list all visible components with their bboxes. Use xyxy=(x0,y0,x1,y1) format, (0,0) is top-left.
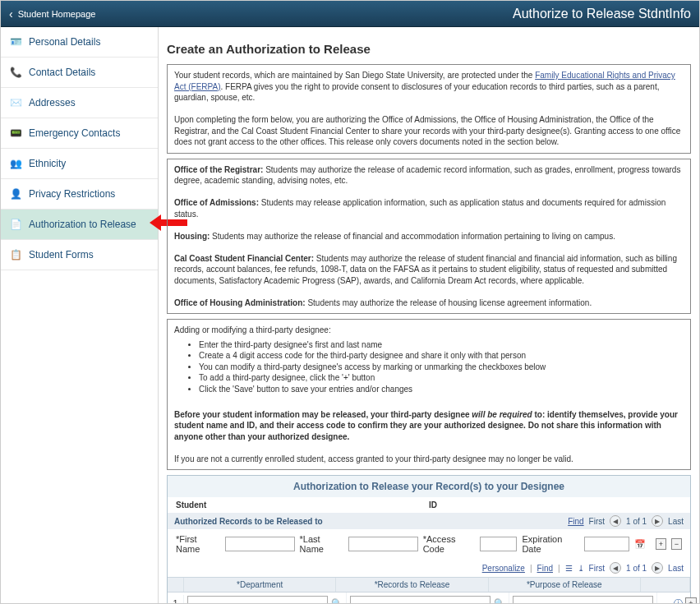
form-icon: 📋 xyxy=(9,248,22,261)
sidebar-item-authorization-to-release[interactable]: 📄Authorization to Release xyxy=(1,210,158,240)
page-header-title: Authorize to Release StdntInfo xyxy=(513,7,691,21)
lookup-icon[interactable]: 🔍 xyxy=(331,598,343,604)
phone-icon: 📞 xyxy=(9,66,22,79)
lookup-icon[interactable]: 🔍 xyxy=(494,598,505,604)
back-to-homepage[interactable]: ‹ Student Homepage xyxy=(9,7,95,21)
expiration-date-input[interactable] xyxy=(584,537,629,551)
student-label: Student xyxy=(176,500,206,509)
view-all-icon[interactable]: ☰ xyxy=(565,564,573,573)
add-row-button[interactable]: + xyxy=(685,597,697,603)
purpose-input[interactable] xyxy=(513,596,653,603)
row-number: 1 xyxy=(168,595,184,603)
personalize-link[interactable]: Personalize xyxy=(482,564,525,573)
doc-lock-icon: 📄 xyxy=(9,218,22,231)
subgrid-next-icon[interactable]: ▶ xyxy=(652,562,663,574)
info-icon[interactable]: ⓘ xyxy=(674,597,683,604)
sidebar-item-student-forms[interactable]: 📋Student Forms xyxy=(1,240,158,270)
id-icon: 🪪 xyxy=(9,35,22,48)
sidebar-item-personal-details[interactable]: 🪪Personal Details xyxy=(1,27,158,58)
intro-panel: Your student records, which are maintain… xyxy=(167,64,691,154)
subgrid-prev-icon[interactable]: ◀ xyxy=(610,562,621,574)
first-name-input[interactable] xyxy=(225,537,295,551)
table-row: 1 🔍 🔍 ⓘ + − xyxy=(168,592,690,603)
offices-panel: Office of the Registrar: Students may au… xyxy=(167,159,691,315)
page-title: Create an Authorization to Release xyxy=(167,42,691,56)
back-chevron-icon: ‹ xyxy=(9,7,13,21)
main-content: Create an Authorization to Release Your … xyxy=(159,27,699,603)
emergency-icon: 📟 xyxy=(9,127,22,140)
add-designee-button[interactable]: + xyxy=(656,538,666,550)
access-code-input[interactable] xyxy=(480,537,517,551)
next-page-icon[interactable]: ▶ xyxy=(652,515,663,527)
mail-icon: ✉️ xyxy=(9,96,22,109)
records-input[interactable] xyxy=(350,596,490,603)
sidebar-item-emergency-contacts[interactable]: 📟Emergency Contacts xyxy=(1,118,158,149)
records-header: Authorized Records to be Released to Fin… xyxy=(168,513,690,529)
sidebar-item-privacy-restrictions[interactable]: 👤Privacy Restrictions xyxy=(1,179,158,210)
download-icon[interactable]: ⤓ xyxy=(578,564,584,573)
back-label: Student Homepage xyxy=(18,9,96,19)
sidebar-item-contact-details[interactable]: 📞Contact Details xyxy=(1,58,158,88)
sidebar-item-ethnicity[interactable]: 👥Ethnicity xyxy=(1,149,158,179)
top-bar: ‹ Student Homepage Authorize to Release … xyxy=(1,1,699,27)
find-link[interactable]: Find xyxy=(568,517,583,526)
subgrid-find-link[interactable]: Find xyxy=(537,564,553,573)
sidebar-item-addresses[interactable]: ✉️Addresses xyxy=(1,88,158,118)
person-alert-icon: 👤 xyxy=(9,187,22,201)
id-label: ID xyxy=(429,500,437,509)
remove-designee-button[interactable]: − xyxy=(671,538,682,550)
instructions-panel: Adding or modifying a third-party design… xyxy=(167,319,691,470)
people-icon: 👥 xyxy=(9,157,22,170)
last-name-input[interactable] xyxy=(348,537,418,551)
release-grid: Authorization to Release your Record(s) … xyxy=(167,475,691,603)
subtable-header: *Department *Records to Release *Purpose… xyxy=(168,577,690,592)
department-input[interactable] xyxy=(187,596,328,603)
subgrid-toolbar: Personalize| Find| ☰ ⤓ First ◀ 1 of 1 ▶ … xyxy=(168,559,690,577)
sidebar: 🪪Personal Details 📞Contact Details ✉️Add… xyxy=(1,27,159,603)
grid-title: Authorization to Release your Record(s) … xyxy=(168,476,690,497)
calendar-icon[interactable]: 📅 xyxy=(634,539,646,550)
designee-row: *First Name *Last Name *Access Code Expi… xyxy=(168,529,690,559)
prev-page-icon[interactable]: ◀ xyxy=(610,515,621,527)
